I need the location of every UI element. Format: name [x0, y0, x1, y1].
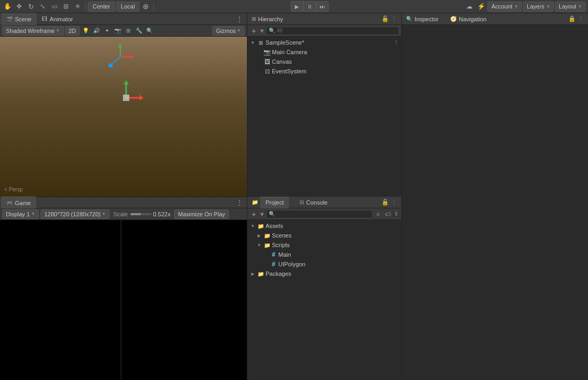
separator-2: [153, 2, 154, 11]
hierarchy-item-event-system[interactable]: ▶ ⊡ EventSystem: [254, 66, 401, 76]
project-more-icon[interactable]: ⋮: [391, 199, 397, 206]
scene-tab-icon: 🎬: [6, 16, 13, 22]
console-tab[interactable]: ⊟ Console: [294, 197, 333, 208]
lighting-icon[interactable]: 💡: [81, 26, 90, 36]
2d-mode-button[interactable]: 2D: [65, 26, 80, 36]
project-lock-icon[interactable]: 🔓: [382, 199, 389, 206]
project-item-packages[interactable]: ▶ 📁 Packages: [247, 269, 401, 278]
build-icon[interactable]: ⚡: [476, 1, 486, 12]
hand-tool-icon[interactable]: ✋: [2, 1, 13, 12]
canvas-label: Canvas: [272, 58, 292, 65]
canvas-icon: 🖼: [263, 58, 271, 65]
hierarchy-item-sample-scene[interactable]: ▼ ⊞ SampleScene* ⋮: [247, 38, 401, 47]
game-tab-bar: 🎮 Game ⋮: [0, 197, 247, 208]
transform-tool-icon[interactable]: ⊞: [61, 1, 71, 12]
pivot-icon[interactable]: ⊕: [140, 1, 151, 12]
tab-animator[interactable]: 🎞 Animator: [37, 13, 78, 25]
grid-icon[interactable]: ⊞: [123, 26, 133, 36]
center-button[interactable]: Center: [88, 2, 115, 12]
top-toolbar: ✋ ✥ ↻ ⤡ ▭ ⊞ ✳ Center Local ⊕ ▶ ⏸ ⏭ ☁ ⚡ A…: [0, 0, 588, 13]
hierarchy-item-main-camera[interactable]: ▶ 📷 Main Camera: [254, 47, 401, 57]
hierarchy-add-button[interactable]: +: [250, 27, 258, 35]
rotate-tool-icon[interactable]: ↻: [26, 1, 36, 12]
transform-widget: x: [107, 79, 139, 111]
shading-mode-dropdown[interactable]: Shaded Wireframe ▼: [2, 26, 64, 36]
scale-slider[interactable]: [130, 213, 152, 215]
project-tag-icon[interactable]: 🏷: [383, 210, 392, 218]
tab-game[interactable]: 🎮 Game: [1, 197, 36, 208]
collab-icon[interactable]: ☁: [464, 1, 475, 12]
navigation-tab-icon: 🧭: [450, 16, 457, 22]
event-system-icon: ⊡: [263, 67, 271, 75]
scene-tab-label: Scene: [15, 16, 31, 22]
gizmos-dropdown[interactable]: Gizmos ▼: [212, 26, 245, 36]
tab-scene[interactable]: 🎬 Scene: [1, 13, 37, 25]
scale-value: 0.522x: [153, 211, 170, 217]
scale-slider-area: 0.522x: [130, 211, 170, 217]
layers-dropdown[interactable]: Layers ▼: [523, 2, 554, 12]
fx-icon[interactable]: ✦: [102, 26, 112, 36]
scene-panel-more-icon[interactable]: ⋮: [233, 14, 246, 24]
maximize-label: Maximize On Play: [178, 211, 225, 217]
packages-folder-icon: 📁: [257, 270, 264, 277]
scene-camera-icon[interactable]: 📷: [113, 26, 122, 36]
project-item-scripts[interactable]: ▼ 📁 Scripts: [254, 240, 401, 250]
hierarchy-lock-icon[interactable]: 🔓: [382, 15, 389, 22]
scene-toolbar: Shaded Wireframe ▼ 2D 💡 🔊 ✦ 📷 ⊞ 🔧 🔍 Gizm…: [0, 25, 247, 37]
sample-scene-label: SampleScene*: [266, 39, 304, 46]
layout-dropdown[interactable]: Layout ▼: [555, 2, 586, 12]
project-search[interactable]: 🔍: [266, 210, 373, 218]
center-panel: ⊞ Hierarchy 🔓 ⋮ + ▼ 🔍 All ▼: [247, 13, 402, 380]
pause-button[interactable]: ⏸: [303, 1, 316, 12]
hierarchy-more-icon[interactable]: ⋮: [391, 15, 397, 22]
scenes-arrow-icon: ▶: [256, 232, 262, 239]
scenes-label: Scenes: [272, 232, 292, 239]
game-panel-more-icon[interactable]: ⋮: [233, 198, 246, 207]
inspector-more-icon[interactable]: ⋮: [578, 15, 584, 22]
svg-rect-10: [123, 95, 129, 101]
hierarchy-item-canvas[interactable]: ▶ 🖼 Canvas: [254, 57, 401, 66]
project-filter-icon[interactable]: ≡: [374, 210, 382, 218]
resolution-chevron-icon: ▼: [102, 212, 106, 216]
project-item-main-script[interactable]: ▶ # Main: [260, 250, 401, 259]
play-button[interactable]: ▶: [291, 1, 303, 12]
scripts-folder-icon: 📁: [263, 241, 271, 249]
audio-icon[interactable]: 🔊: [92, 26, 101, 36]
local-button[interactable]: Local: [116, 2, 139, 12]
scale-tool-icon[interactable]: ⤡: [37, 1, 48, 12]
layers-chevron-icon: ▼: [546, 4, 550, 9]
project-add-button[interactable]: +: [250, 210, 258, 218]
maximize-on-play-button[interactable]: Maximize On Play: [174, 209, 229, 219]
svg-marker-7: [123, 80, 129, 85]
snap-icon[interactable]: 🔧: [134, 26, 144, 36]
scale-label: Scale: [113, 211, 128, 217]
step-button[interactable]: ⏭: [316, 1, 329, 12]
uipolygon-label: UIPolygon: [278, 261, 305, 267]
rect-tool-icon[interactable]: ▭: [49, 1, 60, 12]
display-dropdown[interactable]: Display 1 ▼: [2, 209, 39, 219]
account-dropdown[interactable]: Account ▼: [487, 2, 522, 12]
project-search-icon: 🔍: [269, 211, 275, 217]
shading-chevron-icon: ▼: [56, 28, 60, 33]
resolution-label: 1280*720 (1280x720): [44, 211, 101, 217]
hierarchy-search[interactable]: 🔍 All: [266, 27, 399, 35]
hierarchy-icon: ⊞: [252, 16, 256, 22]
project-item-assets[interactable]: ▼ 📁 Assets: [247, 221, 401, 231]
project-item-uipolygon[interactable]: ▶ # UIPolygon: [260, 259, 401, 269]
scene-tab-bar: 🎬 Scene 🎞 Animator ⋮: [0, 13, 247, 25]
inspector-tab-bar: 🔍 Inspector 🧭 Navigation 🔒 ⋮: [402, 13, 588, 25]
project-section: 📁 Project ⊟ Console 🔓 ⋮ + ▼ 🔍 ≡: [247, 197, 401, 380]
hierarchy-toolbar: + ▼ 🔍 All: [247, 25, 401, 37]
resolution-dropdown[interactable]: 1280*720 (1280x720) ▼: [40, 209, 110, 219]
custom-tool-icon[interactable]: ✳: [72, 1, 83, 12]
assets-folder-icon: 📁: [257, 222, 264, 230]
right-panel: 🔍 Inspector 🧭 Navigation 🔒 ⋮: [402, 13, 588, 380]
event-system-label: EventSystem: [272, 68, 307, 74]
move-tool-icon[interactable]: ✥: [14, 1, 24, 12]
sample-scene-more-icon[interactable]: ⋮: [393, 39, 399, 46]
search-scene-icon[interactable]: 🔍: [145, 26, 154, 36]
project-item-scenes[interactable]: ▶ 📁 Scenes: [254, 231, 401, 240]
inspector-lock-icon[interactable]: 🔒: [568, 15, 576, 22]
navigation-tab[interactable]: 🧭 Navigation: [445, 13, 492, 25]
layers-label: Layers: [527, 3, 544, 10]
